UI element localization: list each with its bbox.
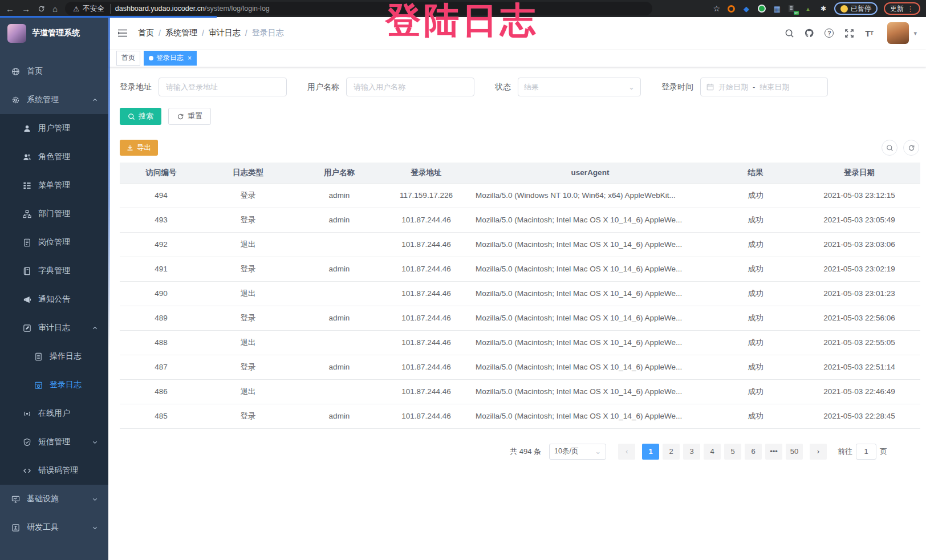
- pagination-more-button[interactable]: •••: [765, 444, 782, 460]
- cell-id: 493: [120, 208, 202, 232]
- close-icon[interactable]: ×: [188, 54, 192, 62]
- page-content: 登录地址 用户名称 状态 结果 ⌄ 登录时间: [108, 67, 926, 560]
- login-address-input[interactable]: [159, 78, 287, 96]
- ext-orange-icon[interactable]: [726, 4, 736, 13]
- url-text: dashboard.yudao.iocoder.cn/system/log/lo…: [115, 5, 270, 13]
- sidebar-item-sms[interactable]: 短信管理: [0, 428, 108, 456]
- github-icon[interactable]: [804, 28, 814, 38]
- username-input[interactable]: [346, 78, 474, 96]
- pagination-page-1[interactable]: 1: [642, 444, 659, 460]
- breadcrumb-system[interactable]: 系统管理: [165, 28, 197, 38]
- reload-icon[interactable]: [38, 5, 45, 13]
- tab-home[interactable]: 首页: [116, 51, 140, 66]
- pagination-page-5[interactable]: 5: [724, 444, 741, 460]
- hamburger-icon[interactable]: [117, 29, 128, 37]
- chevron-down-icon: [92, 496, 98, 502]
- home-icon[interactable]: ⌂: [52, 5, 58, 13]
- page-size-select[interactable]: 10条/页 ⌄: [549, 444, 606, 460]
- cell-result: 成功: [713, 379, 798, 404]
- back-icon[interactable]: ←: [6, 5, 14, 13]
- cell-date: 2021-05-03 23:03:06: [798, 232, 920, 257]
- date-separator: -: [753, 83, 755, 91]
- paused-extension-pill[interactable]: 已暂停: [834, 2, 878, 15]
- browser-update-button[interactable]: 更新 ⋮: [884, 2, 920, 15]
- sidebar-item-login-log[interactable]: 登录日志: [0, 371, 108, 399]
- cell-id: 485: [120, 404, 202, 428]
- security-chip[interactable]: ⚠ 不安全: [73, 4, 111, 14]
- status-select[interactable]: 结果 ⌄: [518, 78, 641, 96]
- sidebar-item-system[interactable]: 系统管理: [0, 86, 108, 114]
- ext-blue-gem-icon[interactable]: ◆: [742, 4, 751, 13]
- app-logo[interactable]: 芋道管理系统: [0, 17, 108, 49]
- pagination-page-6[interactable]: 6: [745, 444, 762, 460]
- pagination-prev-button[interactable]: ‹: [618, 444, 635, 460]
- sidebar-item-notice[interactable]: 通知公告: [0, 285, 108, 314]
- user-menu[interactable]: ▾: [887, 22, 917, 44]
- cell-user-agent: Mozilla/5.0 (Macintosh; Intel Mac OS X 1…: [468, 232, 713, 257]
- export-button[interactable]: 导出: [120, 140, 158, 156]
- breadcrumb-home[interactable]: 首页: [138, 28, 154, 38]
- sidebar-item-user[interactable]: 用户管理: [0, 114, 108, 143]
- cell-id: 491: [120, 257, 202, 281]
- refresh-button[interactable]: [903, 140, 919, 156]
- cell-user-agent: Mozilla/5.0 (Macintosh; Intel Mac OS X 1…: [468, 208, 713, 232]
- fullscreen-icon[interactable]: [844, 28, 854, 38]
- extensions-puzzle-icon[interactable]: ✱: [819, 4, 828, 13]
- sidebar-item-dept[interactable]: 部门管理: [0, 200, 108, 228]
- ext-grid-icon[interactable]: ▦: [773, 4, 782, 13]
- logo-image: [7, 24, 26, 43]
- cell-ip: 101.87.244.46: [385, 208, 468, 232]
- forward-icon[interactable]: →: [22, 5, 30, 13]
- breadcrumb-audit-log[interactable]: 审计日志: [209, 28, 241, 38]
- help-icon[interactable]: ?: [824, 28, 834, 38]
- gear-icon: [11, 96, 20, 104]
- reset-button[interactable]: 重置: [168, 108, 211, 125]
- cell-username: admin: [294, 306, 385, 330]
- sidebar-item-label: 字典管理: [38, 266, 70, 276]
- sidebar-item-label: 短信管理: [38, 437, 70, 447]
- jump-page-input[interactable]: [856, 444, 876, 460]
- cell-id: 487: [120, 355, 202, 379]
- tool-icon: [11, 524, 20, 532]
- search-icon[interactable]: [784, 28, 794, 38]
- sidebar-item-home[interactable]: 首页: [0, 57, 108, 86]
- pagination-page-50[interactable]: 50: [786, 444, 803, 460]
- browser-menu-icon[interactable]: ⋮: [907, 5, 914, 13]
- sidebar-item-infra[interactable]: 基础设施: [0, 485, 108, 513]
- sidebar-item-dict[interactable]: 字典管理: [0, 257, 108, 285]
- ext-proxy-icon[interactable]: on: [788, 4, 797, 13]
- sidebar-item-audit-log[interactable]: 审计日志: [0, 314, 108, 342]
- sidebar-item-label: 部门管理: [38, 209, 70, 219]
- cell-ip: 101.87.244.46: [385, 306, 468, 330]
- cell-result: 成功: [713, 183, 798, 208]
- sidebar-item-operate-log[interactable]: 操作日志: [0, 342, 108, 371]
- sidebar-item-online-user[interactable]: 在线用户: [0, 399, 108, 428]
- pagination-next-button[interactable]: ›: [810, 444, 827, 460]
- chevron-up-icon: [92, 97, 98, 103]
- end-date-placeholder: 结束日期: [760, 82, 789, 92]
- address-bar[interactable]: ⚠ 不安全 dashboard.yudao.iocoder.cn/system/…: [65, 2, 652, 15]
- reset-button-label: 重置: [188, 111, 202, 121]
- sidebar-item-menu[interactable]: 菜单管理: [0, 171, 108, 200]
- pagination-page-2[interactable]: 2: [663, 444, 680, 460]
- ext-green-icon[interactable]: [757, 4, 766, 13]
- sidebar-item-label: 在线用户: [38, 408, 70, 419]
- sidebar-item-error-code[interactable]: 错误码管理: [0, 456, 108, 485]
- sidebar-item-label: 角色管理: [38, 152, 70, 162]
- pagination-page-4[interactable]: 4: [704, 444, 721, 460]
- date-range-picker[interactable]: 开始日期 - 结束日期: [700, 78, 828, 96]
- search-button[interactable]: 搜索: [120, 108, 161, 125]
- font-size-icon[interactable]: TT: [864, 28, 874, 38]
- sidebar-item-label: 岗位管理: [38, 237, 70, 247]
- search-toggle-button[interactable]: [882, 140, 897, 156]
- sidebar-item-role[interactable]: 角色管理: [0, 143, 108, 171]
- tab-login-log[interactable]: 登录日志 ×: [144, 51, 197, 66]
- cell-username: admin: [294, 208, 385, 232]
- sidebar-item-dev-tool[interactable]: 研发工具: [0, 513, 108, 542]
- pagination-page-3[interactable]: 3: [683, 444, 700, 460]
- cell-result: 成功: [713, 281, 798, 306]
- bookmark-star-icon[interactable]: ☆: [713, 4, 720, 13]
- sidebar-item-post[interactable]: 岗位管理: [0, 228, 108, 257]
- cell-result: 成功: [713, 232, 798, 257]
- ext-leaf-icon[interactable]: ▴: [803, 4, 813, 13]
